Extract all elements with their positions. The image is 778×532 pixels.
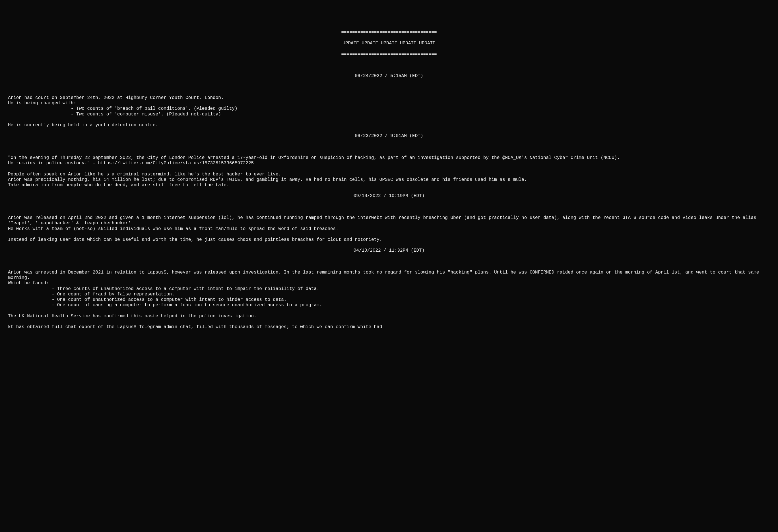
update-date-0: 09/24/2022 / 5:15AM (EDT): [8, 73, 770, 79]
update-body-3: Arion was arrested in December 2021 in r…: [8, 270, 770, 330]
update-body-0: Arion had court on September 24th, 2022 …: [8, 95, 770, 128]
header-separator-bottom: ===================================: [8, 52, 770, 57]
update-body-2: Arion was released on April 2nd 2022 and…: [8, 215, 770, 243]
spacer: [8, 259, 770, 264]
spacer: [8, 204, 770, 210]
header-separator-top: ===================================: [8, 30, 770, 35]
update-date-3: 04/10/2022 / 11:32PM (EDT): [8, 248, 770, 253]
update-date-2: 09/18/2022 / 10:19PM (EDT): [8, 193, 770, 199]
update-body-1: "On the evening of Thursday 22 September…: [8, 155, 770, 188]
update-date-1: 09/23/2022 / 9:01AM (EDT): [8, 134, 770, 139]
spacer: [8, 63, 770, 68]
header-title: UPDATE UPDATE UPDATE UPDATE UPDATE: [8, 41, 770, 46]
spacer: [8, 84, 770, 90]
spacer: [8, 145, 770, 150]
